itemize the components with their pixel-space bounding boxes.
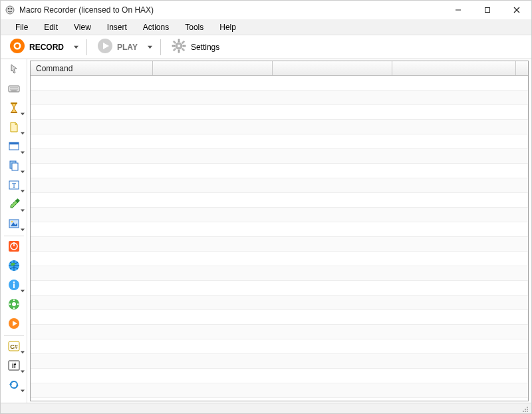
grid-row[interactable] <box>31 339 528 354</box>
svg-rect-20 <box>182 48 184 51</box>
hourglass-icon <box>7 101 21 116</box>
svg-point-23 <box>178 45 180 47</box>
record-button[interactable]: RECORD <box>5 38 68 57</box>
power-icon <box>7 240 21 255</box>
svg-point-2 <box>11 8 13 10</box>
grid-row[interactable] <box>31 134 528 149</box>
grid-row[interactable] <box>31 149 528 164</box>
grid-row[interactable] <box>31 310 528 325</box>
grid-row[interactable] <box>31 383 528 398</box>
settings-button[interactable]: Settings <box>166 38 224 57</box>
grid-row[interactable] <box>31 252 528 266</box>
menubar: File Edit View Insert Actions Tools Help <box>1 19 531 35</box>
maximize-button[interactable] <box>473 1 502 19</box>
svg-point-52 <box>13 281 15 283</box>
svg-point-74 <box>527 409 528 410</box>
svg-rect-4 <box>485 8 490 13</box>
column-header-command[interactable]: Command <box>31 61 153 75</box>
play-dropdown[interactable] <box>145 38 155 57</box>
gear-icon <box>171 38 187 56</box>
grid-row[interactable] <box>31 91 528 105</box>
svg-marker-10 <box>74 46 78 49</box>
sidebar-keyboard[interactable] <box>2 80 26 99</box>
menu-insert[interactable]: Insert <box>99 21 135 34</box>
grid-row[interactable] <box>31 76 528 91</box>
svg-rect-29 <box>11 112 17 113</box>
sidebar-network[interactable] <box>2 257 26 276</box>
grid-row[interactable] <box>31 105 528 120</box>
command-grid[interactable]: Command <box>30 61 529 401</box>
svg-marker-37 <box>21 171 25 174</box>
sidebar-shutdown[interactable] <box>2 238 26 256</box>
sidebar-window[interactable] <box>2 138 26 156</box>
svg-point-60 <box>17 303 18 304</box>
sidebar-mouse[interactable] <box>2 61 26 79</box>
column-header-3[interactable] <box>392 61 516 75</box>
grid-row[interactable] <box>31 208 528 222</box>
sidebar-delay[interactable] <box>2 99 26 118</box>
record-label: RECORD <box>29 43 64 52</box>
grid-row[interactable] <box>31 369 528 383</box>
record-dropdown[interactable] <box>71 38 81 57</box>
resize-grip-icon[interactable] <box>521 405 529 413</box>
titlebar: Macro Recorder (licensed to On HAX) <box>1 1 531 19</box>
grid-row[interactable] <box>31 296 528 310</box>
grid-row[interactable] <box>31 325 528 339</box>
system-icon <box>7 298 21 313</box>
toolbar: RECORD PLAY <box>1 35 531 59</box>
svg-point-0 <box>6 6 14 14</box>
svg-rect-22 <box>173 48 176 51</box>
grid-row[interactable] <box>31 164 528 178</box>
grid-row[interactable] <box>31 398 528 401</box>
grid-body[interactable] <box>31 76 528 401</box>
sidebar-if[interactable]: if <box>2 357 26 375</box>
grid-row[interactable] <box>31 281 528 296</box>
toolbar-separator <box>86 39 87 55</box>
sidebar-message[interactable] <box>2 276 26 295</box>
keyboard-icon <box>7 82 21 97</box>
grid-row[interactable] <box>31 120 528 134</box>
run-icon <box>7 317 21 332</box>
sidebar-system[interactable] <box>2 296 26 314</box>
grid-row[interactable] <box>31 354 528 369</box>
sidebar-run[interactable] <box>2 315 26 333</box>
menu-edit[interactable]: Edit <box>36 21 66 34</box>
svg-point-58 <box>13 307 14 308</box>
menu-help[interactable]: Help <box>211 21 244 34</box>
menu-view[interactable]: View <box>66 21 99 34</box>
svg-rect-18 <box>183 45 186 47</box>
svg-rect-21 <box>182 41 184 43</box>
sidebar-pixel[interactable] <box>2 196 26 214</box>
svg-marker-30 <box>21 113 25 116</box>
sidebar-clipboard[interactable] <box>2 157 26 176</box>
sidebar-image[interactable] <box>2 215 26 234</box>
window-icon <box>7 140 21 155</box>
menu-actions[interactable]: Actions <box>135 21 177 34</box>
sidebar-csharp[interactable]: C# <box>2 337 26 356</box>
svg-rect-16 <box>178 50 180 53</box>
play-button[interactable]: PLAY <box>92 38 142 57</box>
grid-row[interactable] <box>31 178 528 193</box>
grid-row[interactable] <box>31 193 528 208</box>
column-header-1[interactable] <box>153 61 273 75</box>
column-header-2[interactable] <box>273 61 392 75</box>
menu-tools[interactable]: Tools <box>177 21 211 34</box>
svg-point-56 <box>12 302 16 306</box>
close-button[interactable] <box>502 1 531 19</box>
sidebar-file[interactable] <box>2 118 26 137</box>
svg-point-72 <box>527 411 528 412</box>
sidebar-text[interactable]: T <box>2 176 26 195</box>
grid-row[interactable] <box>31 266 528 281</box>
minimize-button[interactable] <box>444 1 473 19</box>
sidebar-repeat[interactable] <box>2 376 26 395</box>
svg-marker-42 <box>21 210 25 212</box>
eyedropper-icon <box>7 198 21 213</box>
menu-file[interactable]: File <box>7 21 36 34</box>
svg-point-73 <box>525 411 526 412</box>
svg-rect-33 <box>9 142 19 144</box>
svg-point-77 <box>527 407 528 408</box>
grid-row[interactable] <box>31 222 528 237</box>
grid-row[interactable] <box>31 237 528 252</box>
if-icon: if <box>7 359 21 374</box>
repeat-icon <box>7 378 21 393</box>
